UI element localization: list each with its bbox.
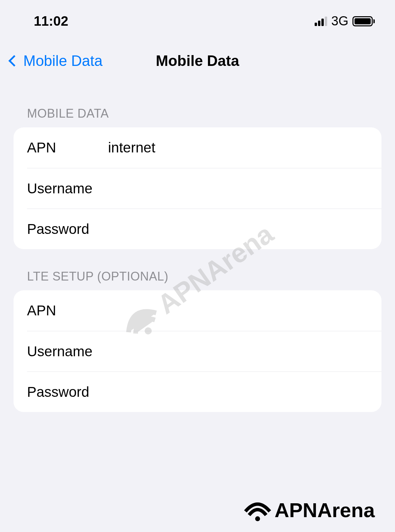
status-bar: 11:02 3G [0, 0, 395, 39]
section-body-mobile-data: APN Username Password [14, 127, 381, 249]
back-button[interactable]: Mobile Data [10, 52, 103, 69]
status-time: 11:02 [34, 14, 68, 29]
section-body-lte-setup: APN Username Password [14, 290, 381, 412]
lte-apn-input[interactable] [108, 303, 368, 319]
section-lte-setup: LTE Setup (Optional) APN Username Passwo… [0, 269, 395, 412]
lte-username-label: Username [27, 343, 108, 360]
network-type-label: 3G [331, 14, 348, 28]
lte-username-input[interactable] [108, 343, 368, 360]
apn-label: APN [27, 140, 108, 156]
password-input[interactable] [108, 221, 368, 237]
section-mobile-data: Mobile Data APN Username Password [0, 106, 395, 249]
password-label: Password [27, 221, 108, 237]
row-username: Username [27, 168, 381, 209]
chevron-left-icon [8, 55, 20, 67]
back-label: Mobile Data [23, 52, 103, 69]
status-indicators: 3G [315, 14, 375, 28]
nav-bar: Mobile Data Mobile Data [0, 39, 395, 86]
apn-input[interactable] [108, 140, 368, 156]
page-title: Mobile Data [156, 52, 239, 69]
footer-logo-text: APNArena [274, 499, 375, 522]
svg-point-1 [255, 516, 260, 521]
section-header-lte-setup: LTE Setup (Optional) [0, 269, 395, 290]
footer-logo: APNArena [242, 499, 375, 522]
time-label: 11:02 [34, 14, 68, 29]
row-password: Password [27, 209, 381, 249]
row-apn: APN [14, 127, 381, 168]
username-label: Username [27, 180, 108, 197]
battery-icon [352, 16, 375, 26]
signal-icon [315, 17, 327, 26]
lte-password-input[interactable] [108, 384, 368, 400]
wifi-icon-footer [242, 499, 273, 521]
lte-password-label: Password [27, 384, 108, 400]
row-lte-password: Password [27, 371, 381, 412]
username-input[interactable] [108, 180, 368, 197]
lte-apn-label: APN [27, 303, 108, 319]
row-lte-username: Username [27, 331, 381, 371]
section-header-mobile-data: Mobile Data [0, 106, 395, 127]
row-lte-apn: APN [14, 290, 381, 331]
